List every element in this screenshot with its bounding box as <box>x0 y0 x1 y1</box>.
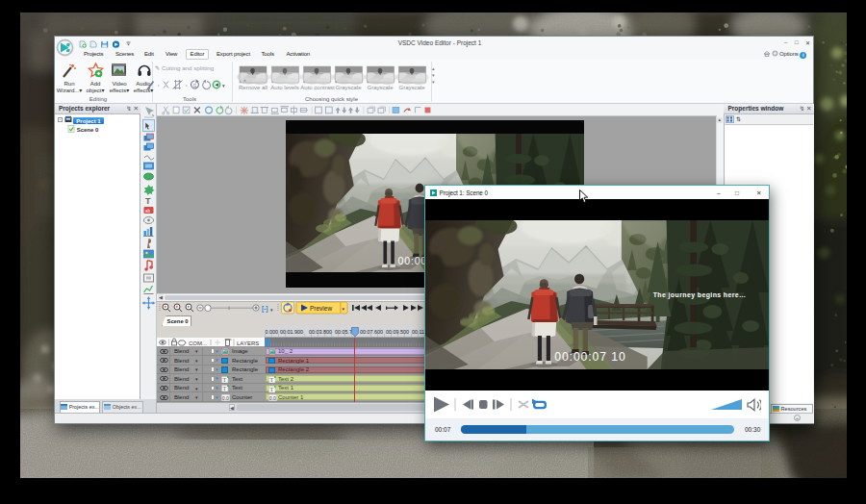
svg-text:LAYERS: LAYERS <box>237 340 259 345</box>
svg-text:T: T <box>145 196 151 206</box>
svg-text:[-]: [-] <box>262 305 268 313</box>
svg-text:▾: ▾ <box>270 307 273 313</box>
svg-text:T: T <box>223 377 227 383</box>
svg-text:✕: ✕ <box>243 79 246 83</box>
svg-text:T: T <box>269 377 273 383</box>
svg-text:0.0: 0.0 <box>268 395 275 401</box>
svg-text:ab: ab <box>145 209 151 214</box>
svg-text:⇅: ⇅ <box>736 116 741 122</box>
svg-text:T: T <box>269 386 273 391</box>
svg-text:T: T <box>223 386 227 391</box>
svg-text:0.0: 0.0 <box>222 395 229 401</box>
svg-text:Preview: Preview <box>310 305 332 312</box>
svg-text:COM...: COM... <box>189 340 207 345</box>
